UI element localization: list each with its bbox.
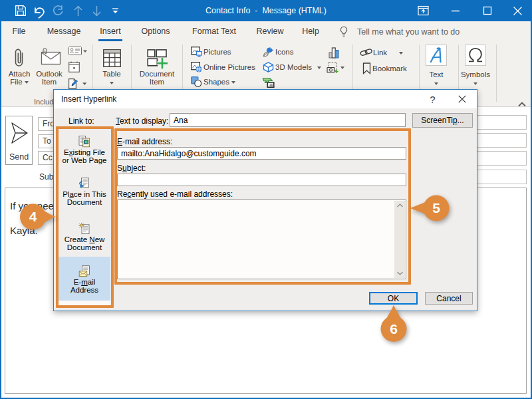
text-icon[interactable] bbox=[426, 45, 447, 68]
email-address-icon bbox=[78, 265, 90, 277]
dialog-help-icon[interactable]: ? bbox=[424, 90, 441, 108]
tab-options[interactable]: Options bbox=[136, 21, 175, 40]
attach-file-dropdown-icon bbox=[25, 81, 29, 84]
online-pictures-icon[interactable] bbox=[191, 62, 202, 75]
tab-format-text[interactable]: Format Text bbox=[185, 21, 243, 40]
existing-file-icon bbox=[78, 136, 90, 148]
chart-icon[interactable] bbox=[329, 47, 340, 61]
maximize-icon[interactable] bbox=[479, 0, 496, 21]
email-address-input[interactable]: mailto:AnaHidalgo@customguide.com bbox=[117, 147, 406, 160]
text-button[interactable]: Text bbox=[416, 70, 456, 86]
3d-models-dropdown-icon[interactable] bbox=[317, 66, 321, 69]
link-button[interactable]: Link bbox=[373, 48, 387, 58]
business-card-button[interactable] bbox=[68, 47, 87, 59]
recently-used-label: Recently used e-mail addresses: bbox=[117, 190, 233, 199]
scroll-up-icon[interactable] bbox=[394, 201, 405, 210]
table-button[interactable]: Table bbox=[92, 70, 132, 86]
cancel-button[interactable]: Cancel bbox=[425, 292, 473, 305]
screenshot-dropdown-icon[interactable] bbox=[340, 66, 344, 69]
send-icon bbox=[11, 122, 29, 144]
subject-dialog-input[interactable] bbox=[117, 174, 406, 186]
table-dropdown-icon bbox=[110, 82, 114, 84]
sidebar-item-label: Place in ThisDocument bbox=[59, 191, 110, 206]
recently-used-listbox[interactable] bbox=[117, 200, 406, 279]
link-dropdown-icon[interactable] bbox=[399, 52, 403, 55]
sidebar-item-email-address[interactable]: E-mailAddress bbox=[59, 265, 110, 294]
sidebar-item-label: Create NewDocument bbox=[59, 236, 110, 251]
send-button[interactable]: Send bbox=[5, 116, 33, 165]
screentip-button[interactable]: ScreenTip... bbox=[412, 113, 473, 128]
icons-icon[interactable] bbox=[263, 47, 274, 60]
scroll-down-icon[interactable] bbox=[394, 269, 405, 278]
tab-insert[interactable]: Insert bbox=[92, 21, 129, 40]
tab-file[interactable]: File bbox=[7, 21, 31, 40]
tell-me-box[interactable]: Tell me what you want to do bbox=[357, 21, 460, 42]
sidebar-item-label: Existing Fileor Web Page bbox=[59, 149, 110, 164]
document-item-button[interactable]: DocumentItem bbox=[137, 70, 177, 86]
title-bar: Contact Info - Message (HTML) bbox=[0, 0, 532, 21]
group-separator bbox=[496, 45, 497, 102]
3d-models-button[interactable]: 3D Models bbox=[275, 63, 312, 72]
document-item-icon[interactable] bbox=[147, 49, 168, 72]
link-to-label: Link to: bbox=[68, 116, 94, 126]
table-icon[interactable] bbox=[103, 49, 121, 70]
callout-number: 5 bbox=[428, 200, 444, 216]
sidebar-item-create-new-document[interactable]: Create NewDocument bbox=[59, 223, 110, 251]
pictures-icon[interactable] bbox=[191, 47, 202, 60]
ribbon-display-options-icon[interactable] bbox=[416, 0, 430, 21]
sidebar-item-label: E-mailAddress bbox=[59, 279, 110, 294]
bookmark-icon[interactable] bbox=[362, 63, 371, 77]
active-tab-underline bbox=[98, 39, 122, 41]
smartart-icon[interactable] bbox=[262, 77, 275, 90]
outlook-item-icon[interactable] bbox=[38, 48, 61, 68]
dialog-title: Insert Hyperlink bbox=[61, 94, 116, 104]
icons-button[interactable]: Icons bbox=[275, 47, 294, 57]
symbols-dropdown-icon bbox=[473, 82, 477, 85]
dialog-close-icon[interactable] bbox=[453, 90, 471, 108]
callout-step-6: 6 bbox=[378, 303, 410, 343]
ribbon-tab-bar: File Message Insert Options Format Text … bbox=[0, 21, 532, 42]
shapes-icon[interactable] bbox=[191, 76, 202, 90]
3d-models-icon[interactable] bbox=[263, 62, 274, 75]
symbols-button[interactable]: Symbols bbox=[456, 70, 495, 86]
callout-step-5: 5 bbox=[408, 192, 450, 224]
email-address-label: E-mail address: bbox=[117, 137, 172, 146]
close-icon[interactable] bbox=[509, 0, 526, 21]
sidebar-item-place-in-document[interactable]: Place in ThisDocument bbox=[59, 178, 110, 206]
callout-number: 4 bbox=[25, 209, 41, 225]
tab-message[interactable]: Message bbox=[41, 21, 86, 40]
shapes-button[interactable]: Shapes bbox=[203, 77, 235, 87]
callout-step-4: 4 bbox=[17, 201, 57, 233]
text-to-display-label: Text to display: bbox=[116, 116, 168, 126]
text-dropdown-icon bbox=[434, 82, 438, 85]
paperclip-icon[interactable] bbox=[11, 47, 27, 71]
send-label: Send bbox=[6, 152, 32, 162]
screenshot-button[interactable] bbox=[327, 62, 339, 76]
dialog-title-bar: Insert Hyperlink ? bbox=[54, 90, 477, 108]
place-in-document-icon bbox=[78, 178, 90, 190]
bookmark-button[interactable]: Bookmark bbox=[372, 64, 407, 74]
link-icon[interactable] bbox=[360, 47, 372, 60]
create-new-document-icon bbox=[78, 223, 90, 235]
symbols-icon[interactable] bbox=[465, 45, 486, 68]
sidebar-item-existing-file[interactable]: Existing Fileor Web Page bbox=[59, 136, 110, 164]
pictures-button[interactable]: Pictures bbox=[203, 47, 231, 57]
collapse-ribbon-icon[interactable] bbox=[518, 98, 526, 110]
tab-review[interactable]: Review bbox=[251, 21, 289, 40]
outlook-message-window: Contact Info - Message (HTML) File Messa… bbox=[0, 0, 532, 399]
tab-help[interactable]: Help bbox=[298, 21, 323, 40]
sidebar-bottom-strip bbox=[59, 301, 110, 305]
text-to-display-input[interactable]: Ana bbox=[170, 113, 406, 127]
online-pictures-button[interactable]: Online Pictures bbox=[203, 63, 255, 72]
tell-me-lightbulb-icon[interactable] bbox=[338, 21, 350, 42]
calendar-icon[interactable] bbox=[68, 61, 80, 75]
listbox-scrollbar[interactable] bbox=[394, 201, 405, 278]
outlook-item-button[interactable]: OutlookItem bbox=[31, 70, 68, 86]
callout-number: 6 bbox=[386, 321, 402, 337]
minimize-icon[interactable] bbox=[447, 0, 464, 21]
shapes-dropdown-icon bbox=[231, 81, 235, 84]
subject-dialog-label: Subject: bbox=[117, 164, 146, 173]
